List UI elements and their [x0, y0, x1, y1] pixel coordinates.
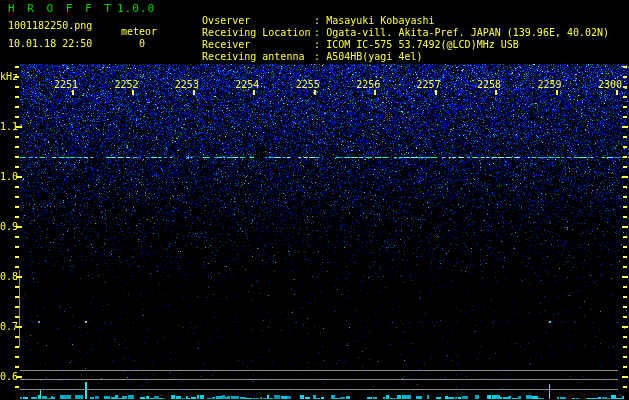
freq-minor-tick-right — [623, 306, 627, 308]
time-label: 2252 — [111, 79, 141, 90]
minute-tick — [495, 90, 497, 95]
meteor-count: 0 — [139, 38, 145, 50]
freq-major-tick-right — [622, 326, 628, 328]
freq-minor-tick — [15, 266, 19, 268]
level-ref-line — [20, 389, 618, 390]
info-row: Receiving antenna: A504HB(yagi 4el) — [178, 39, 422, 75]
freq-minor-tick-right — [623, 166, 627, 168]
app-version: 1.0.0 — [117, 3, 155, 15]
time-label: 2300 — [595, 79, 625, 90]
freq-label: 0.7 — [0, 321, 18, 332]
time-label: 2255 — [293, 79, 323, 90]
freq-minor-tick — [15, 186, 19, 188]
time-label: 2253 — [172, 79, 202, 90]
freq-minor-tick-right — [623, 356, 627, 358]
freq-minor-tick — [15, 246, 19, 248]
info-label: Receiving antenna — [202, 51, 314, 63]
freq-major-tick-right — [622, 126, 628, 128]
freq-minor-tick-right — [623, 76, 627, 78]
minute-tick — [193, 90, 195, 95]
freq-label: 0.8 — [0, 271, 18, 282]
minute-tick — [314, 90, 316, 95]
freq-minor-tick-right — [623, 66, 627, 68]
freq-minor-tick-right — [623, 196, 627, 198]
freq-minor-tick-right — [623, 286, 627, 288]
time-label: 2257 — [414, 79, 444, 90]
time-label: 2251 — [51, 79, 81, 90]
freq-label: 1.1 — [0, 121, 18, 132]
minute-tick — [253, 90, 255, 95]
level-scale-line — [19, 270, 20, 347]
freq-minor-tick — [15, 306, 19, 308]
minute-tick — [72, 90, 74, 95]
filename: 1001182250.png — [8, 20, 92, 32]
freq-minor-tick-right — [623, 246, 627, 248]
freq-minor-tick — [15, 256, 19, 258]
time-label: 2259 — [535, 79, 565, 90]
freq-major-tick-right — [622, 176, 628, 178]
freq-minor-tick — [15, 96, 19, 98]
freq-major-tick-right — [622, 376, 628, 378]
freq-minor-tick-right — [623, 296, 627, 298]
freq-minor-tick-right — [623, 256, 627, 258]
minute-tick — [435, 90, 437, 95]
freq-minor-tick — [15, 206, 19, 208]
freq-minor-tick-right — [623, 236, 627, 238]
time-label: 2258 — [474, 79, 504, 90]
freq-major-tick-right — [622, 226, 628, 228]
freq-minor-tick — [15, 386, 19, 388]
info-separator: : — [314, 51, 326, 62]
minute-tick — [132, 90, 134, 95]
freq-minor-tick — [15, 236, 19, 238]
freq-minor-tick-right — [623, 206, 627, 208]
app-title: H R O F F T — [8, 3, 114, 15]
freq-minor-tick — [15, 66, 19, 68]
freq-label: 0.9 — [0, 221, 18, 232]
minute-tick — [374, 90, 376, 95]
level-ref-line — [20, 379, 618, 380]
hrofft-window: H R O F F T 1.0.0 1001182250.png meteor … — [0, 0, 629, 400]
freq-minor-tick-right — [623, 146, 627, 148]
freq-minor-tick — [15, 366, 19, 368]
freq-minor-tick-right — [623, 346, 627, 348]
freq-minor-tick — [15, 136, 19, 138]
freq-minor-tick — [15, 166, 19, 168]
freq-minor-tick — [15, 336, 19, 338]
freq-minor-tick — [15, 286, 19, 288]
timestamp: 10.01.18 22:50 — [8, 38, 92, 50]
freq-minor-tick-right — [623, 106, 627, 108]
time-label: 2256 — [353, 79, 383, 90]
freq-label: 1.0 — [0, 171, 18, 182]
freq-minor-tick — [15, 196, 19, 198]
time-label: 2254 — [232, 79, 262, 90]
freq-minor-tick — [15, 346, 19, 348]
freq-minor-tick — [15, 216, 19, 218]
freq-minor-tick-right — [623, 366, 627, 368]
freq-minor-tick-right — [623, 386, 627, 388]
freq-minor-tick-right — [623, 316, 627, 318]
freq-minor-tick — [15, 76, 19, 78]
freq-minor-tick-right — [623, 186, 627, 188]
freq-minor-tick-right — [623, 116, 627, 118]
freq-minor-tick-right — [623, 156, 627, 158]
freq-major-tick-right — [622, 276, 628, 278]
freq-minor-tick — [15, 296, 19, 298]
minute-tick — [556, 90, 558, 95]
minute-tick — [616, 90, 618, 95]
mode-label: meteor — [121, 26, 157, 38]
freq-minor-tick-right — [623, 266, 627, 268]
freq-label: 0.6 — [0, 371, 18, 382]
freq-minor-tick-right — [623, 216, 627, 218]
freq-minor-tick-right — [623, 136, 627, 138]
level-ref-line — [20, 370, 618, 371]
freq-minor-tick-right — [623, 336, 627, 338]
freq-minor-tick — [15, 86, 19, 88]
freq-minor-tick — [15, 156, 19, 158]
freq-minor-tick-right — [623, 96, 627, 98]
freq-minor-tick — [15, 146, 19, 148]
freq-minor-tick — [15, 356, 19, 358]
freq-minor-tick — [15, 116, 19, 118]
info-value: A504HB(yagi 4el) — [326, 51, 422, 62]
freq-minor-tick — [15, 316, 19, 318]
freq-minor-tick — [15, 106, 19, 108]
